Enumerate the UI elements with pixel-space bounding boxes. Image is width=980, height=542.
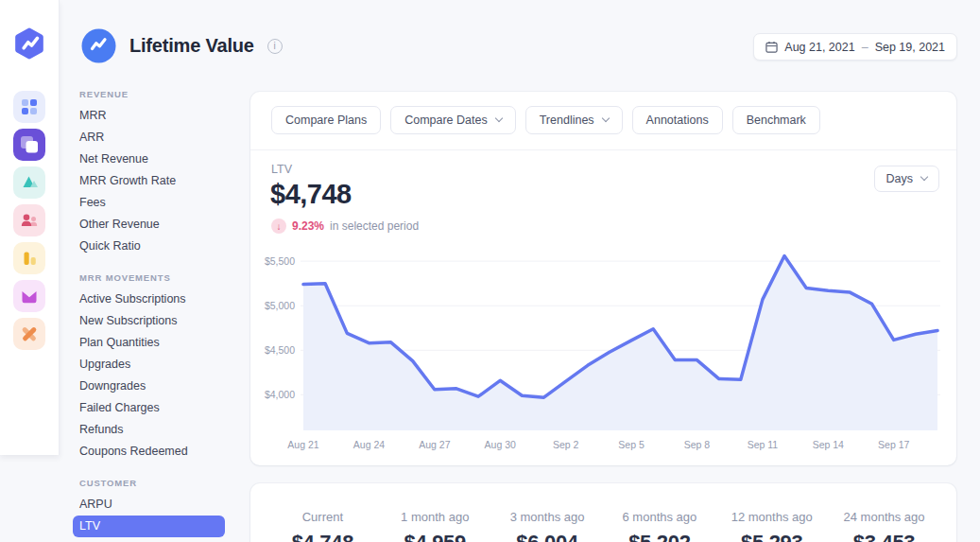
sidebar-item-active-subscriptions[interactable]: Active Subscriptions xyxy=(73,288,225,310)
x-axis-label: Aug 24 xyxy=(353,439,385,450)
interval-select[interactable]: Days xyxy=(874,166,939,192)
toolbar: Compare PlansCompare DatesTrendlinesAnno… xyxy=(250,92,956,134)
rail-item-messages[interactable] xyxy=(13,280,45,312)
toolbar-button-annotations[interactable]: Annotations xyxy=(632,106,723,134)
chevron-down-icon xyxy=(920,173,928,181)
people-icon xyxy=(13,204,45,236)
sidebar-item-arr[interactable]: ARR xyxy=(73,127,225,149)
change-suffix: in selected period xyxy=(330,219,419,233)
sidebar-item-other-revenue[interactable]: Other Revenue xyxy=(73,214,225,236)
toolbar-button-compare-dates[interactable]: Compare Dates xyxy=(390,106,516,134)
sidebar-item-fees[interactable]: Fees xyxy=(73,192,225,214)
stat-label: 1 month ago xyxy=(379,510,491,524)
x-axis-label: Sep 17 xyxy=(878,439,909,450)
y-axis-label: $4,500 xyxy=(255,344,295,356)
sidebar-item-upgrades[interactable]: Upgrades xyxy=(73,354,225,376)
x-axis-label: Aug 21 xyxy=(287,439,318,450)
sidebar-item-plan-quantities[interactable]: Plan Quantities xyxy=(73,332,225,354)
arrow-down-icon: ↓ xyxy=(271,219,286,234)
sidebar-section-label: MRR MOVEMENTS xyxy=(73,272,225,283)
chevron-down-icon xyxy=(601,114,609,122)
ltv-line-chart xyxy=(301,248,940,430)
x-axis-label: Aug 30 xyxy=(485,439,516,450)
rail-item-trends[interactable] xyxy=(13,166,45,199)
metric-card: Compare PlansCompare DatesTrendlinesAnno… xyxy=(250,92,956,465)
metric-glyph-icon xyxy=(81,28,116,63)
sidebar-item-coupons-redeemed[interactable]: Coupons Redeemed xyxy=(73,441,225,463)
sidebar-item-ltv[interactable]: LTV xyxy=(73,516,225,537)
sidebar-item-downgrades[interactable]: Downgrades xyxy=(73,376,225,397)
toolbar-button-compare-plans[interactable]: Compare Plans xyxy=(271,106,381,134)
interval-label: Days xyxy=(886,172,913,185)
date-end: Sep 19, 2021 xyxy=(875,41,945,54)
page-title: Lifetime Value xyxy=(129,35,254,57)
sidebar-item-mrr-growth-rate[interactable]: MRR Growth Rate xyxy=(73,170,225,192)
stat-column-12-months-ago: 12 months ago$5,293 xyxy=(715,510,828,542)
y-axis-label: $5,000 xyxy=(255,300,295,311)
squares-icon xyxy=(13,129,45,161)
toolbar-button-benchmark[interactable]: Benchmark xyxy=(732,106,820,134)
rail-item-customers[interactable] xyxy=(13,204,45,236)
ltv-chart: $4,000$4,500$5,000$5,500Aug 21Aug 24Aug … xyxy=(301,248,940,430)
sidebar-section-label: CUSTOMER xyxy=(73,478,225,488)
stat-label: Current xyxy=(266,510,379,524)
stat-value: $3,453 xyxy=(828,531,940,542)
triangle-icon xyxy=(13,166,45,199)
metric-label: LTV xyxy=(271,163,292,176)
stat-column-current: Current$4,748 xyxy=(266,510,379,542)
rail-item-recover[interactable] xyxy=(13,318,45,350)
page-header: Lifetime Value i xyxy=(81,28,283,63)
stat-label: 3 months ago xyxy=(491,510,604,524)
stat-value: $5,202 xyxy=(603,531,715,542)
x-axis-label: Sep 11 xyxy=(748,439,779,450)
button-label: Trendlines xyxy=(540,114,594,127)
x-axis-label: Sep 14 xyxy=(813,439,844,450)
stat-column-24-months-ago: 24 months ago$3,453 xyxy=(828,510,940,542)
button-label: Annotations xyxy=(646,114,709,127)
divider xyxy=(250,149,956,150)
sidebar-item-refunds[interactable]: Refunds xyxy=(73,419,225,441)
metrics-sidebar: REVENUEMRRARRNet RevenueMRR Growth RateF… xyxy=(73,89,225,537)
sidebar-item-mrr[interactable]: MRR xyxy=(73,105,225,127)
stat-value: $6,004 xyxy=(491,531,604,542)
metric-change: ↓ 9.23% in selected period xyxy=(271,219,419,234)
mail-icon xyxy=(13,280,45,312)
y-axis-label: $5,500 xyxy=(255,255,295,267)
rail-items xyxy=(13,91,45,350)
rail-item-dashboard[interactable] xyxy=(13,91,45,123)
x-axis-label: Sep 8 xyxy=(684,439,710,450)
sidebar-item-net-revenue[interactable]: Net Revenue xyxy=(73,149,225,170)
stat-value: $5,293 xyxy=(715,531,828,542)
sidebar-item-new-subscriptions[interactable]: New Subscriptions xyxy=(73,310,225,332)
grid-icon xyxy=(13,91,45,123)
stat-value: $4,748 xyxy=(266,531,379,542)
stat-label: 24 months ago xyxy=(828,510,940,524)
info-icon[interactable]: i xyxy=(267,39,283,54)
x-axis-label: Sep 2 xyxy=(553,439,578,450)
x-axis-label: Aug 27 xyxy=(419,439,450,450)
app: Lifetime Value i Aug 21, 2021 – Sep 19, … xyxy=(0,0,980,542)
date-start: Aug 21, 2021 xyxy=(784,41,854,54)
toolbar-button-trendlines[interactable]: Trendlines xyxy=(525,106,623,134)
sidebar-item-arpu[interactable]: ARPU xyxy=(73,494,225,516)
stat-column-3-months-ago: 3 months ago$6,004 xyxy=(491,510,604,542)
stat-column-1-month-ago: 1 month ago$4,959 xyxy=(379,510,491,542)
sidebar-item-failed-charges[interactable]: Failed Charges xyxy=(73,397,225,419)
y-axis-label: $4,000 xyxy=(255,389,295,400)
change-percent: 9.23% xyxy=(292,219,324,233)
brand-logo[interactable] xyxy=(12,26,46,61)
button-label: Compare Dates xyxy=(404,114,488,127)
date-range-button[interactable]: Aug 21, 2021 – Sep 19, 2021 xyxy=(753,33,957,61)
sidebar-item-quick-ratio[interactable]: Quick Ratio xyxy=(73,236,225,257)
date-separator: – xyxy=(862,41,868,54)
stat-label: 12 months ago xyxy=(715,510,828,524)
bars-icon xyxy=(13,242,45,274)
sidebar-section-label: REVENUE xyxy=(73,89,225,99)
x-axis-label: Sep 5 xyxy=(618,439,644,450)
metric-value: $4,748 xyxy=(270,179,352,210)
history-stats: Current$4,7481 month ago$4,9593 months a… xyxy=(250,483,956,542)
rail-item-analytics[interactable] xyxy=(13,242,45,274)
x-axis: Aug 21Aug 24Aug 27Aug 30Sep 2Sep 5Sep 8S… xyxy=(301,439,940,452)
calendar-icon xyxy=(765,41,778,53)
rail-item-metrics[interactable] xyxy=(13,129,45,161)
